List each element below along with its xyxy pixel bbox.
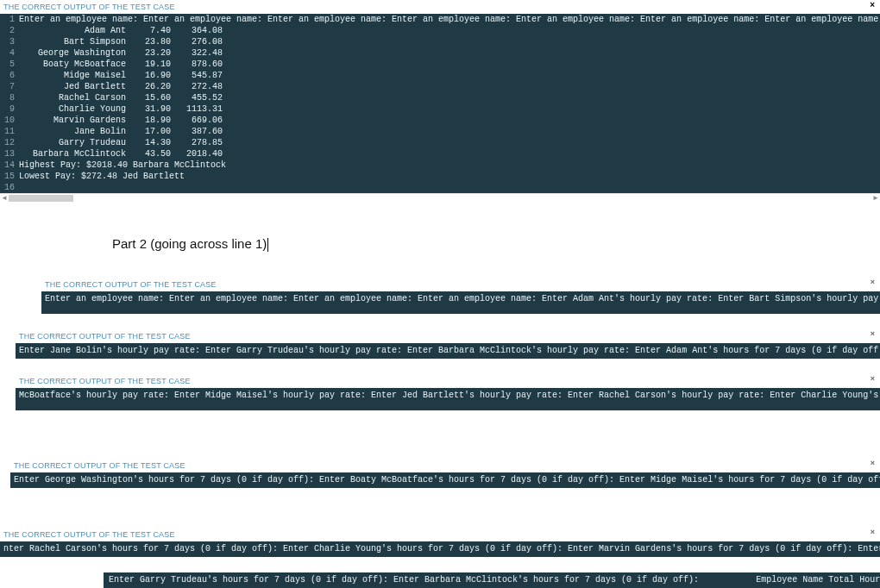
gross-pay: 387.60 bbox=[171, 126, 223, 137]
line-number: 14 bbox=[0, 160, 19, 171]
hourly-rate: 18.90 bbox=[131, 115, 171, 126]
employee-name: Boaty McBoatface bbox=[19, 59, 131, 70]
panel-title: THE CORRECT OUTPUT OF THE TEST CASE bbox=[16, 329, 880, 343]
hourly-rate: 7.40 bbox=[131, 25, 171, 36]
table-row: 7Jed Bartlett26.20272.48 bbox=[0, 81, 880, 92]
line-number: 16 bbox=[0, 182, 19, 193]
table-row: 9Charlie Young31.901113.31 bbox=[0, 103, 880, 115]
line-number: 5 bbox=[0, 59, 19, 70]
gross-pay: 669.06 bbox=[171, 115, 223, 126]
table-row: 10Marvin Gardens18.90669.06 bbox=[0, 115, 880, 126]
hourly-rate: 23.80 bbox=[131, 36, 171, 47]
hourly-rate: 31.90 bbox=[131, 103, 171, 115]
console-line: Enter an employee name: Enter an employe… bbox=[19, 14, 880, 25]
table-row: 8Rachel Carson15.60455.52 bbox=[0, 92, 880, 103]
hourly-rate: 19.10 bbox=[131, 59, 171, 70]
hourly-rate: 16.90 bbox=[131, 70, 171, 81]
table-row: 13Barbara McClintock43.502018.40 bbox=[0, 148, 880, 160]
scroll-track[interactable] bbox=[9, 194, 871, 203]
gross-pay: 276.08 bbox=[171, 36, 223, 47]
highest-pay-line: Highest Pay: $2018.40 Barbara McClintock bbox=[19, 160, 226, 171]
gross-pay: 878.60 bbox=[171, 59, 223, 70]
console-line: Enter an employee name: Enter an employe… bbox=[41, 291, 880, 314]
table-row: 12Garry Trudeau14.30278.85 bbox=[0, 137, 880, 148]
console-output: 1 Enter an employee name: Enter an emplo… bbox=[0, 14, 880, 193]
lowest-pay-line: Lowest Pay: $272.48 Jed Bartlett bbox=[19, 171, 185, 182]
employee-name: Bart Simpson bbox=[19, 36, 131, 47]
hourly-rate: 26.20 bbox=[131, 81, 171, 92]
line-number: 3 bbox=[0, 36, 19, 47]
employee-name: Adam Ant bbox=[19, 25, 131, 36]
close-icon[interactable]: × bbox=[871, 278, 880, 286]
gross-pay: 545.87 bbox=[171, 70, 223, 81]
close-icon[interactable]: × bbox=[871, 374, 880, 383]
employee-name: Rachel Carson bbox=[19, 92, 131, 103]
close-icon[interactable]: × bbox=[871, 329, 880, 338]
table-row: 2Adam Ant7.40364.08 bbox=[0, 25, 880, 36]
table-row: 4George Washington23.20322.48 bbox=[0, 47, 880, 59]
column-headers: Employee Name Total Hours Gross Pay bbox=[756, 575, 880, 585]
line-number: 11 bbox=[0, 126, 19, 137]
employee-name: Barbara McClintock bbox=[19, 148, 131, 160]
line-number: 2 bbox=[0, 25, 19, 36]
horizontal-scrollbar[interactable]: ◄ ► bbox=[0, 193, 880, 202]
table-row: 6Midge Maisel16.90545.87 bbox=[0, 70, 880, 81]
hourly-rate: 17.00 bbox=[131, 126, 171, 137]
close-icon[interactable]: × bbox=[870, 0, 880, 9]
line-number: 9 bbox=[0, 103, 19, 115]
line-number: 12 bbox=[0, 137, 19, 148]
hourly-rate: 15.60 bbox=[131, 92, 171, 103]
employee-name: George Washington bbox=[19, 47, 131, 59]
employee-name: Marvin Gardens bbox=[19, 115, 131, 126]
gross-pay: 1113.31 bbox=[171, 103, 223, 115]
table-row: 11Jane Bolin17.00387.60 bbox=[0, 126, 880, 137]
hourly-rate: 43.50 bbox=[131, 148, 171, 160]
panel-title: THE CORRECT OUTPUT OF THE TEST CASE bbox=[16, 374, 880, 388]
scroll-right-icon[interactable]: ► bbox=[871, 194, 880, 203]
employee-name: Garry Trudeau bbox=[19, 137, 131, 148]
console-line: nter Rachel Carson's hours for 7 days (0… bbox=[0, 541, 880, 557]
employee-name: Jane Bolin bbox=[19, 126, 131, 137]
gross-pay: 322.48 bbox=[171, 47, 223, 59]
gross-pay: 364.08 bbox=[171, 25, 223, 36]
panel-title: THE CORRECT OUTPUT OF THE TEST CASE bbox=[0, 0, 880, 14]
scroll-left-icon[interactable]: ◄ bbox=[0, 194, 9, 203]
output-strip-3: × THE CORRECT OUTPUT OF THE TEST CASE Mc… bbox=[16, 374, 880, 410]
output-strip-1: × THE CORRECT OUTPUT OF THE TEST CASE En… bbox=[41, 278, 880, 314]
console-line: Enter George Washington's hours for 7 da… bbox=[10, 472, 880, 488]
panel-title: THE CORRECT OUTPUT OF THE TEST CASE bbox=[41, 278, 880, 291]
text-cursor-icon bbox=[267, 238, 268, 252]
output-footer-line: Enter Garry Trudeau's hours for 7 days (… bbox=[104, 572, 880, 588]
output-strip-2: × THE CORRECT OUTPUT OF THE TEST CASE En… bbox=[16, 329, 880, 359]
gross-pay: 455.52 bbox=[171, 92, 223, 103]
main-output-panel: × THE CORRECT OUTPUT OF THE TEST CASE 1 … bbox=[0, 0, 880, 202]
console-line: Enter Garry Trudeau's hours for 7 days (… bbox=[109, 575, 699, 585]
line-number: 13 bbox=[0, 148, 19, 160]
caption-text: Part 2 (going across line 1) bbox=[112, 236, 267, 251]
console-line: Enter Jane Bolin's hourly pay rate: Ente… bbox=[16, 343, 880, 359]
employee-name: Midge Maisel bbox=[19, 70, 131, 81]
line-number: 6 bbox=[0, 70, 19, 81]
employee-name: Charlie Young bbox=[19, 103, 131, 115]
close-icon[interactable]: × bbox=[871, 528, 880, 536]
table-row: 5Boaty McBoatface19.10878.60 bbox=[0, 59, 880, 70]
employee-name: Jed Bartlett bbox=[19, 81, 131, 92]
hourly-rate: 14.30 bbox=[131, 137, 171, 148]
panel-title: THE CORRECT OUTPUT OF THE TEST CASE bbox=[0, 528, 880, 541]
line-number: 7 bbox=[0, 81, 19, 92]
line-number: 8 bbox=[0, 92, 19, 103]
table-row: 3Bart Simpson23.80276.08 bbox=[0, 36, 880, 47]
gross-pay: 278.85 bbox=[171, 137, 223, 148]
gross-pay: 2018.40 bbox=[171, 148, 223, 160]
part2-caption: Part 2 (going across line 1) bbox=[112, 236, 880, 252]
output-strip-5: × THE CORRECT OUTPUT OF THE TEST CASE nt… bbox=[0, 528, 880, 557]
line-number: 4 bbox=[0, 47, 19, 59]
line-number: 10 bbox=[0, 115, 19, 126]
close-icon[interactable]: × bbox=[871, 459, 880, 467]
line-number: 15 bbox=[0, 171, 19, 182]
hourly-rate: 23.20 bbox=[131, 47, 171, 59]
line-number: 1 bbox=[0, 14, 19, 25]
scroll-thumb[interactable] bbox=[9, 195, 73, 202]
panel-title: THE CORRECT OUTPUT OF THE TEST CASE bbox=[10, 459, 880, 472]
gross-pay: 272.48 bbox=[171, 81, 223, 92]
